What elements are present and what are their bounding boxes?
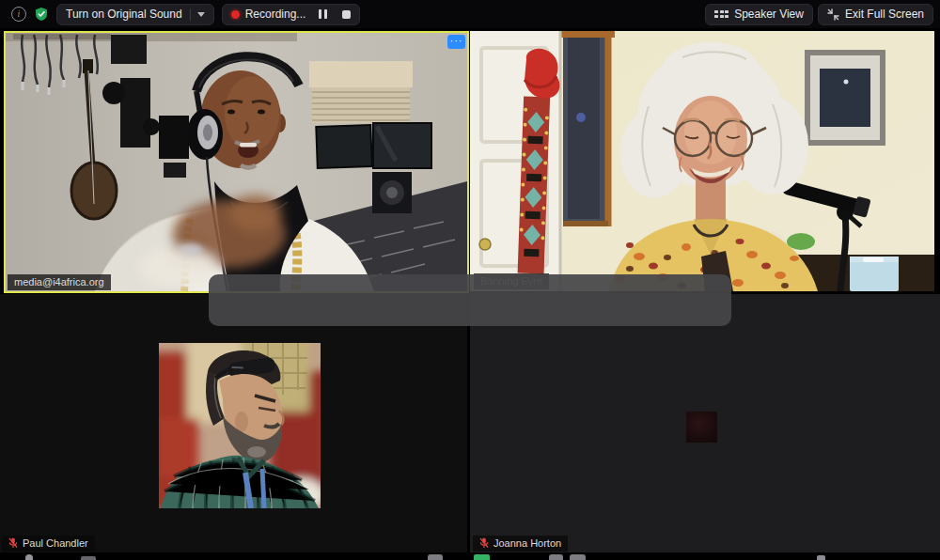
toolbar-video-button-fragment[interactable]	[81, 556, 96, 560]
speaker-view-label: Speaker View	[734, 8, 804, 21]
participant-name-tag: media@i4africa.org	[8, 274, 111, 290]
faded-controls-overlay	[209, 274, 731, 326]
exit-full-screen-icon	[827, 8, 839, 21]
chevron-down-icon	[197, 12, 205, 17]
participant-name: media@i4africa.org	[14, 276, 104, 288]
tile-more-menu-button[interactable]: ···	[447, 35, 465, 49]
participant-name-tag: Joanna Horton	[473, 536, 568, 552]
toolbar-caret-fragment[interactable]	[817, 555, 825, 560]
meeting-info-icon[interactable]: i	[11, 7, 26, 22]
stop-recording-button[interactable]	[342, 10, 351, 19]
exit-full-screen-label: Exit Full Screen	[845, 8, 924, 21]
recording-dot-icon	[231, 10, 240, 19]
zoom-meeting-window: i Turn on Original Sound Recording...	[0, 0, 940, 560]
video-tile-joanna-horton[interactable]: Joanna Horton	[470, 294, 940, 552]
participant-name: Joanna Horton	[494, 537, 561, 549]
muted-mic-icon	[8, 537, 18, 549]
original-sound-button[interactable]: Turn on Original Sound	[56, 4, 214, 25]
exit-full-screen-button[interactable]: Exit Full Screen	[818, 4, 933, 25]
top-bar-left-group: i Turn on Original Sound Recording...	[11, 4, 360, 25]
toolbar-mute-button-fragment[interactable]	[25, 554, 33, 560]
toolbar-record-button-fragment[interactable]	[549, 554, 563, 560]
recording-label: Recording...	[245, 8, 306, 21]
top-bar-right-group: Speaker View Exit Full Screen	[705, 4, 933, 25]
original-sound-caret[interactable]	[190, 8, 205, 21]
profile-thumbnail	[686, 412, 717, 443]
profile-photo-image	[159, 343, 321, 508]
speaker-view-button[interactable]: Speaker View	[705, 4, 813, 25]
video-tile-paul-chandler[interactable]: Paul Chandler	[0, 294, 467, 552]
original-sound-label: Turn on Original Sound	[66, 8, 182, 21]
recording-indicator: Recording...	[222, 4, 361, 25]
participant-name: Paul Chandler	[23, 537, 88, 549]
meeting-top-bar: i Turn on Original Sound Recording...	[0, 0, 940, 28]
pause-recording-button[interactable]	[317, 8, 329, 21]
profile-photo	[159, 343, 321, 508]
toolbar-reactions-button-fragment[interactable]	[570, 554, 586, 560]
toolbar-share-screen-button-fragment[interactable]	[474, 554, 490, 560]
video-tile-banning-eyre[interactable]: Banning Eyre	[470, 31, 934, 291]
participant-name-tag: Paul Chandler	[2, 536, 95, 552]
muted-mic-icon	[479, 537, 489, 549]
studio-video-scene	[6, 33, 467, 291]
video-tile-media-i4africa[interactable]: ··· media@i4africa.org	[4, 31, 469, 293]
encryption-shield-icon[interactable]	[34, 7, 49, 22]
speaker-view-icon	[714, 10, 728, 18]
home-office-video-scene	[470, 31, 934, 291]
toolbar-participants-button-fragment[interactable]	[428, 554, 443, 560]
